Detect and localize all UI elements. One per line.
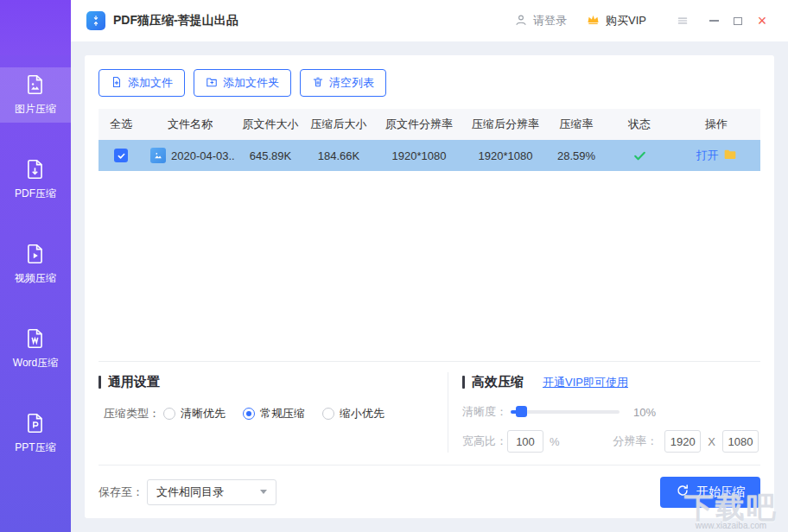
efficient-settings-label: 高效压缩 <box>472 374 524 390</box>
file-toolbar: 添加文件 添加文件夹 <box>98 69 760 97</box>
radio-dot <box>322 408 334 420</box>
add-file-icon <box>111 76 123 91</box>
col-new-size: 压缩后大小 <box>304 117 373 132</box>
footer-bar: 保存至： 文件相同目录 开始压缩 <box>98 465 760 518</box>
res-height-input[interactable] <box>722 430 759 453</box>
radio-clarity-first[interactable]: 清晰优先 <box>163 406 226 421</box>
aspect-input[interactable] <box>507 430 543 453</box>
start-compress-label: 开始压缩 <box>696 484 745 500</box>
video-file-icon <box>24 243 47 265</box>
row-orig-res: 1920*1080 <box>373 149 465 162</box>
settings-section: 通用设置 压缩类型： 清晰优先 常规压缩 <box>98 361 760 465</box>
row-action-cell: 打开 <box>672 148 760 164</box>
maximize-icon <box>734 17 742 25</box>
select-all-header[interactable]: 全选 <box>98 117 143 132</box>
col-status: 状态 <box>607 117 672 132</box>
add-folder-button[interactable]: 添加文件夹 <box>194 69 291 97</box>
sidebar: 图片压缩 PDF压缩 <box>0 0 71 532</box>
pdf-file-icon <box>24 158 47 180</box>
dimension-row: 宽高比： % 分辨率： X <box>462 430 760 453</box>
row-filename: 2020-04-03.. <box>171 149 235 162</box>
clarity-slider[interactable] <box>511 410 620 414</box>
radio-size-first[interactable]: 缩小优先 <box>322 406 384 421</box>
open-file-link[interactable]: 打开 <box>696 148 737 164</box>
add-file-button[interactable]: 添加文件 <box>98 69 185 97</box>
radio-normal-compress[interactable]: 常规压缩 <box>243 406 305 421</box>
clarity-value: 10% <box>633 406 656 419</box>
status-success-icon <box>607 149 672 163</box>
compress-type-row: 压缩类型： 清晰优先 常规压缩 缩小优先 <box>98 406 448 421</box>
add-file-label: 添加文件 <box>128 75 173 91</box>
res-width-input[interactable] <box>664 430 701 453</box>
general-settings: 通用设置 压缩类型： 清晰优先 常规压缩 <box>98 372 448 453</box>
general-settings-label: 通用设置 <box>108 374 160 390</box>
add-folder-icon <box>206 76 218 91</box>
titlebar: PDF猫压缩-菩提山出品 请登录 <box>71 0 788 41</box>
row-orig-size: 645.89K <box>237 149 304 162</box>
clear-list-label: 清空列表 <box>329 75 374 91</box>
empty-list-area <box>98 171 760 361</box>
buy-vip-button[interactable]: 购买VIP <box>586 12 646 29</box>
resolution-separator: X <box>708 435 715 448</box>
sidebar-corner <box>0 0 71 55</box>
login-button[interactable]: 请登录 <box>514 13 567 29</box>
row-new-size: 184.66K <box>304 149 373 162</box>
clarity-label: 清晰度： <box>462 404 507 420</box>
maximize-button[interactable] <box>726 10 750 32</box>
title-bar-decor <box>98 376 101 389</box>
aspect-unit: % <box>550 435 560 448</box>
sidebar-item-word-compress[interactable]: Word压缩 <box>0 321 71 377</box>
vip-label: 购买VIP <box>606 13 646 28</box>
sidebar-item-image-compress[interactable]: 图片压缩 <box>0 67 71 123</box>
efficient-compress-settings: 高效压缩 开通VIP即可使用 清晰度： 10% 宽高比： <box>448 372 760 453</box>
radio-label: 常规压缩 <box>260 406 305 421</box>
trash-icon <box>312 76 324 91</box>
col-filename: 文件名称 <box>143 117 237 132</box>
save-to-label: 保存至： <box>98 484 143 500</box>
radio-label: 清晰优先 <box>181 406 226 421</box>
sidebar-item-label: 图片压缩 <box>15 102 56 117</box>
close-icon: × <box>758 13 767 28</box>
sidebar-item-label: Word压缩 <box>13 356 58 370</box>
user-icon <box>514 13 528 29</box>
add-folder-label: 添加文件夹 <box>223 75 279 91</box>
resolution-label: 分辨率： <box>613 434 658 449</box>
col-orig-size: 原文件大小 <box>237 117 304 132</box>
table-header: 全选 文件名称 原文件大小 压缩后大小 原文件分辨率 压缩后分辨率 压缩率 状态… <box>98 109 760 140</box>
sidebar-item-ppt-compress[interactable]: PPT压缩 <box>0 406 71 461</box>
file-table: 全选 文件名称 原文件大小 压缩后大小 原文件分辨率 压缩后分辨率 压缩率 状态… <box>98 109 760 171</box>
radio-dot <box>163 408 175 420</box>
menu-icon[interactable] <box>672 10 693 31</box>
ppt-file-icon <box>24 412 47 434</box>
table-row[interactable]: 2020-04-03.. 645.89K 184.66K 1920*1080 1… <box>98 140 760 171</box>
radio-dot <box>243 408 255 420</box>
general-settings-title: 通用设置 <box>98 374 448 390</box>
sidebar-item-label: PPT压缩 <box>15 440 55 455</box>
start-compress-button[interactable]: 开始压缩 <box>660 477 760 508</box>
sidebar-item-video-compress[interactable]: 视频压缩 <box>0 237 71 292</box>
chevron-down-icon <box>260 490 267 494</box>
login-label: 请登录 <box>533 13 567 28</box>
col-orig-res: 原文件分辨率 <box>373 117 465 132</box>
minimize-icon <box>709 20 719 22</box>
main-area: PDF猫压缩-菩提山出品 请登录 <box>71 0 788 532</box>
app-logo-icon <box>86 11 105 30</box>
content-area: 添加文件 添加文件夹 <box>71 41 788 532</box>
sidebar-item-label: 视频压缩 <box>15 271 56 286</box>
open-label: 打开 <box>696 148 719 163</box>
titlebar-right: 请登录 购买VIP <box>514 10 774 32</box>
sidebar-item-pdf-compress[interactable]: PDF压缩 <box>0 152 71 207</box>
open-vip-link[interactable]: 开通VIP即可使用 <box>543 375 628 390</box>
col-ratio: 压缩率 <box>546 117 607 132</box>
row-checkbox[interactable] <box>114 149 128 162</box>
aspect-label: 宽高比： <box>462 434 507 449</box>
minimize-button[interactable] <box>702 10 726 32</box>
save-location-dropdown[interactable]: 文件相同目录 <box>147 479 276 505</box>
efficient-title-row: 高效压缩 开通VIP即可使用 <box>462 374 760 390</box>
col-action: 操作 <box>672 117 760 132</box>
image-file-icon <box>24 73 47 96</box>
row-filename-cell: 2020-04-03.. <box>143 148 237 163</box>
slider-handle[interactable] <box>516 406 527 417</box>
clear-list-button[interactable]: 清空列表 <box>300 69 386 97</box>
close-button[interactable]: × <box>750 10 774 32</box>
